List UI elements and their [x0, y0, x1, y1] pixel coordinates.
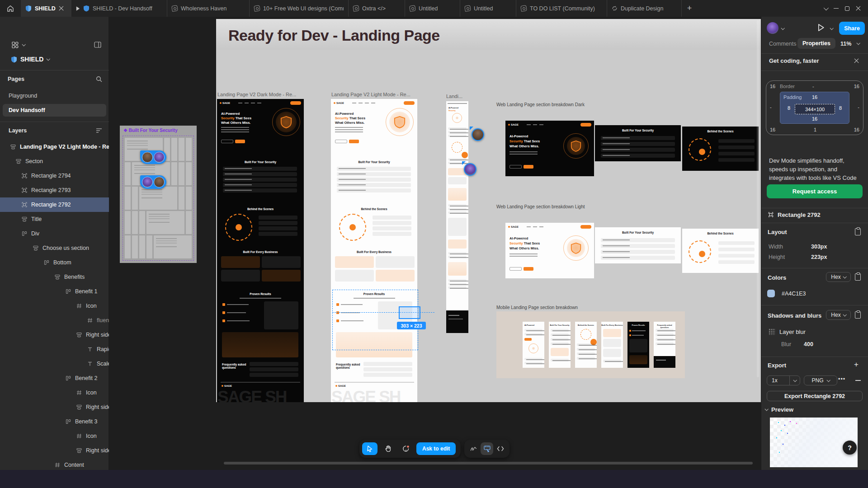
toggle-sidebar-button[interactable] [94, 38, 101, 51]
component-title[interactable]: ❖ Built For Your Security [123, 128, 178, 133]
color-unit-dropdown[interactable]: Hex [826, 272, 851, 282]
search-pages-button[interactable] [96, 73, 102, 85]
layer-row[interactable]: Benefit 2 [0, 371, 109, 385]
measure-tool[interactable] [481, 442, 493, 455]
tab-shield-dev-handsoff[interactable]: SHIELD - Dev Handsoff [71, 0, 167, 17]
layer-row[interactable]: Right side [0, 328, 109, 342]
layer-row[interactable]: Benefit 3 [0, 414, 109, 429]
canvas[interactable]: Ready for Dev - Landing Page ❖ Built For… [109, 17, 761, 470]
tab-properties[interactable]: Properties [797, 38, 835, 49]
main-menu[interactable] [12, 38, 25, 51]
copy-icon[interactable] [855, 311, 861, 319]
request-access-button[interactable]: Request access [767, 184, 863, 198]
close-window-icon[interactable] [856, 6, 861, 11]
padding-box[interactable]: Padding 16 8 8 16 344×100 [780, 92, 849, 124]
chevron-down-icon[interactable] [830, 26, 833, 30]
layer-row[interactable]: Rapid [0, 342, 109, 357]
close-banner-icon[interactable] [854, 58, 859, 63]
color-hex-value[interactable]: #A4C1E3 [782, 291, 806, 297]
sidebar-item-dev-handsoff[interactable]: Dev Handsoff [9, 104, 45, 117]
zoom-level[interactable]: 11% [840, 41, 851, 47]
breakdown-card-hero-light[interactable]: SAGE AI-Powered Security That Sees What … [505, 223, 594, 278]
export-button[interactable]: Export Rectangle 2792 [767, 391, 863, 401]
breakdown-card-scenes-dark[interactable]: Behind the Scenes [682, 127, 759, 171]
layer-row[interactable]: Benefit 1 [0, 284, 109, 299]
shadow-unit-dropdown[interactable]: Hex [826, 310, 851, 320]
remove-export-icon[interactable] [855, 380, 861, 381]
chevron-down-icon[interactable] [781, 26, 784, 30]
minimize-icon[interactable] [834, 8, 839, 9]
close-tab-icon[interactable] [59, 6, 64, 11]
tab-oxtra[interactable]: Oxtra </> [349, 0, 405, 17]
tab-wholeness-haven[interactable]: Wholeness Haven [167, 0, 250, 17]
artboard-label[interactable]: Landing Page V2 Dark Mode - Re... [217, 92, 296, 97]
height-value[interactable]: 223px [811, 254, 827, 260]
home-button[interactable] [0, 0, 21, 17]
measured-element-highlight[interactable] [399, 306, 420, 319]
vertical-scrollbar[interactable] [757, 20, 759, 377]
artboard-landing-dark[interactable]: SAGE AI-Powered Security That Sees What … [217, 99, 304, 402]
export-format-dropdown[interactable]: PNG [804, 375, 837, 385]
tab-untitled-2[interactable]: Untitled [460, 0, 516, 17]
tab-untitled-1[interactable]: Untitled [405, 0, 460, 17]
mobile-breakdown-panel[interactable]: AI-Powered Built For Your Security Behin… [496, 311, 685, 378]
move-tool[interactable] [362, 442, 377, 455]
component-set-block[interactable]: ❖ Built For Your Security [120, 126, 197, 263]
selection-rectangle[interactable] [332, 290, 418, 350]
user-avatar[interactable] [767, 22, 778, 34]
layer-row[interactable]: Icon [0, 385, 109, 400]
share-button[interactable]: Share [839, 22, 865, 35]
layer-row[interactable]: Rectangle 2792 [0, 197, 109, 212]
tab-todo-list[interactable]: TO DO LIST (Community) [516, 0, 607, 17]
layer-row[interactable]: Secton [0, 154, 109, 169]
layer-row[interactable]: Landing Page V2 Light Mode - Re... [0, 140, 109, 154]
help-button[interactable]: ? [843, 441, 857, 455]
breakdown-card-hero-dark[interactable]: SAGE AI-Powered Security That Sees What … [505, 121, 594, 176]
breakdown-label-mobile[interactable]: Mobile Landing Page section breakdown [496, 305, 578, 310]
layer-row[interactable]: Icon [0, 299, 109, 313]
comment-tool[interactable] [398, 442, 414, 455]
preview-collapse-chevron-icon[interactable] [764, 407, 768, 411]
breakdown-card-security-dark[interactable]: Built For Your Security [595, 125, 681, 161]
horizontal-scrollbar[interactable] [224, 462, 753, 465]
section-title[interactable]: Ready for Dev - Landing Page [228, 27, 440, 44]
copy-icon[interactable] [855, 228, 861, 235]
breakdown-label-dark[interactable]: Web Landing Page section breakdown Dark [496, 102, 585, 107]
layer-row[interactable]: Rectangle 2793 [0, 183, 109, 197]
tab-shield[interactable]: SHIELD [21, 0, 71, 17]
code-tool[interactable] [494, 442, 507, 455]
layer-row[interactable]: Right side [0, 400, 109, 414]
export-more-icon[interactable]: ••• [838, 376, 845, 382]
tab-free-web-ui-designs[interactable]: 10+ Free Web UI designs (Commu [250, 0, 349, 17]
layer-row[interactable]: Rectangle 2794 [0, 169, 109, 183]
hand-tool[interactable] [380, 442, 396, 455]
breakdown-card-security-light[interactable]: Built For Your Security [595, 227, 681, 263]
sidebar-item-playground[interactable]: Playground [9, 89, 37, 102]
new-tab-button[interactable]: + [682, 0, 697, 17]
box-model-diagram[interactable]: 16 Border - 16 - - 16 1 16 Padding 16 8 … [766, 80, 863, 135]
present-button[interactable] [817, 23, 825, 32]
layer-row[interactable]: Icon [0, 429, 109, 443]
restore-icon[interactable] [845, 6, 849, 11]
ask-to-edit-button[interactable]: Ask to edit [416, 442, 456, 455]
breakdown-label-light[interactable]: Web Landing Page section breakdown Light [496, 204, 585, 209]
team-switcher[interactable]: SHIELD [11, 53, 49, 66]
artboard-label[interactable]: Landing Page V2 Light Mode - Re... [331, 92, 410, 97]
layer-row[interactable]: Div [0, 226, 109, 241]
layer-row[interactable]: Scale [0, 357, 109, 371]
export-scale-dropdown[interactable]: 1x [767, 375, 800, 385]
layer-row[interactable]: Title [0, 212, 109, 226]
window-menu-chevron-icon[interactable] [824, 5, 829, 10]
color-swatch[interactable] [767, 290, 775, 297]
copy-icon[interactable] [855, 273, 861, 281]
tab-duplicate-design[interactable]: Duplicate Design [607, 0, 682, 17]
layer-row[interactable]: Right side [0, 443, 109, 458]
width-value[interactable]: 303px [811, 244, 827, 250]
artboard-label[interactable]: Landi... [446, 94, 462, 99]
layer-row[interactable]: fluent: [0, 313, 109, 328]
add-export-icon[interactable]: + [854, 360, 859, 369]
artboard-landing-light[interactable]: SAGE AI-Powered Security That Sees What … [331, 99, 417, 402]
layers-options-button[interactable] [96, 124, 102, 137]
layer-row[interactable]: Bottom [0, 255, 109, 270]
breakdown-card-scenes-light[interactable]: Behind the Scenes [682, 229, 759, 273]
